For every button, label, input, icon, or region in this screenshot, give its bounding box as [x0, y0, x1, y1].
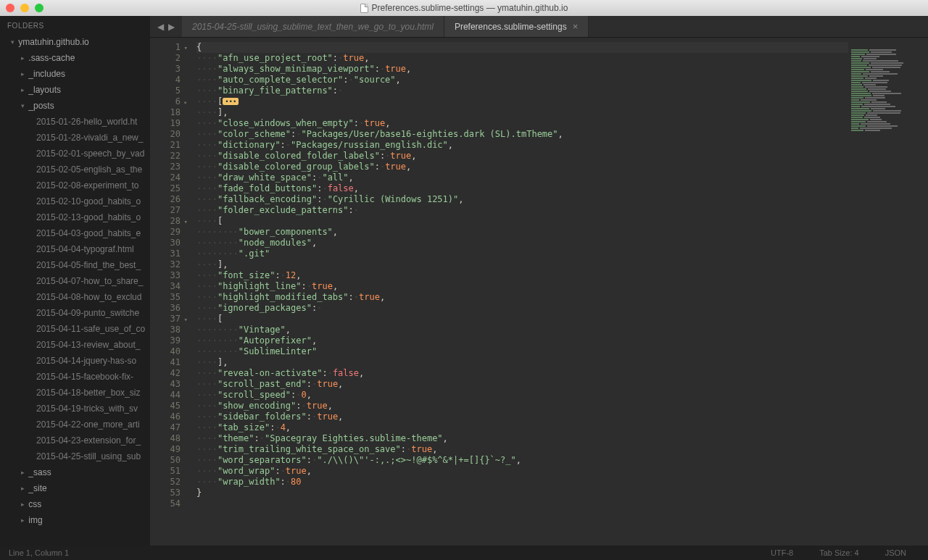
- status-tab-size[interactable]: Tab Size: 4: [806, 548, 871, 557]
- close-icon[interactable]: ×: [573, 21, 579, 32]
- close-window-button[interactable]: [6, 4, 14, 12]
- tab-label: 2015-04-25-still_using_sublime_text_then…: [192, 22, 434, 32]
- sidebar-file[interactable]: 2015-02-10-good_habits_o: [0, 193, 150, 209]
- status-position: Line 1, Column 1: [9, 548, 82, 557]
- sidebar-folder[interactable]: ▸ _sass: [0, 464, 150, 480]
- sidebar-file[interactable]: 2015-04-07-how_to_share_: [0, 273, 150, 289]
- folder-tree: ▾ ymatuhin.github.io ▸ .sass-cache▸ _inc…: [0, 34, 150, 546]
- forward-icon[interactable]: ▶: [168, 22, 175, 32]
- back-icon[interactable]: ◀: [157, 22, 164, 32]
- sidebar-file[interactable]: 2015-01-28-vivaldi_a_new_: [0, 130, 150, 146]
- minimize-window-button[interactable]: [20, 4, 29, 12]
- status-encoding[interactable]: UTF-8: [758, 548, 806, 557]
- sidebar-folder[interactable]: ▸ _includes: [0, 66, 150, 82]
- tab-history-nav: ◀ ▶: [150, 16, 182, 37]
- gutter: 1▾23456▸1819202122232425262728▾293031323…: [150, 38, 186, 546]
- code-editor[interactable]: {····"afn_use_project_root":·true,····"a…: [186, 38, 928, 546]
- sidebar-file[interactable]: 2015-04-04-typograf.html: [0, 241, 150, 257]
- sidebar-folder[interactable]: ▾ _posts: [0, 98, 150, 114]
- sidebar-file[interactable]: 2015-01-26-hello_world.ht: [0, 114, 150, 130]
- sidebar-folder[interactable]: ▸ css: [0, 496, 150, 512]
- sidebar-file[interactable]: 2015-04-05-find_the_best_: [0, 257, 150, 273]
- sidebar-file[interactable]: 2015-04-09-punto_switche: [0, 305, 150, 321]
- sidebar-folder[interactable]: ▸ _layouts: [0, 82, 150, 98]
- tab-inactive[interactable]: 2015-04-25-still_using_sublime_text_then…: [182, 16, 444, 37]
- sidebar-folder[interactable]: ▸ img: [0, 512, 150, 528]
- sidebar-root-folder[interactable]: ▾ ymatuhin.github.io: [0, 34, 150, 50]
- status-syntax[interactable]: JSON: [872, 548, 919, 557]
- tab-label: Preferences.sublime-settings: [455, 22, 567, 32]
- sidebar-folder[interactable]: ▸ .sass-cache: [0, 50, 150, 66]
- sidebar-file[interactable]: 2015-02-01-speech_by_vad: [0, 146, 150, 162]
- sidebar-file[interactable]: 2015-02-13-good_habits_o: [0, 209, 150, 225]
- sidebar-file[interactable]: 2015-04-13-review_about_: [0, 337, 150, 353]
- sidebar-file[interactable]: 2015-04-19-tricks_with_sv: [0, 401, 150, 417]
- sidebar-file[interactable]: 2015-04-18-better_box_siz: [0, 385, 150, 401]
- sidebar-file[interactable]: 2015-04-15-facebook-fix-: [0, 369, 150, 385]
- editor-area: ◀ ▶ 2015-04-25-still_using_sublime_text_…: [150, 16, 928, 546]
- sidebar-header: FOLDERS: [0, 16, 150, 34]
- sidebar-file[interactable]: 2015-04-22-one_more_arti: [0, 417, 150, 432]
- sidebar-file[interactable]: 2015-04-08-how_to_exclud: [0, 289, 150, 305]
- sidebar-file[interactable]: 2015-04-14-jquery-has-so: [0, 353, 150, 369]
- sidebar-file[interactable]: 2015-04-03-good_habits_e: [0, 225, 150, 241]
- traffic-lights: [6, 4, 44, 12]
- window-title: Preferences.sublime-settings — ymatuhin.…: [372, 3, 568, 13]
- document-icon: [360, 4, 368, 13]
- sidebar-file[interactable]: 2015-04-23-extension_for_: [0, 432, 150, 448]
- sidebar-file[interactable]: 2015-02-05-english_as_the: [0, 162, 150, 177]
- zoom-window-button[interactable]: [35, 4, 44, 12]
- sidebar-folder[interactable]: ▸ _site: [0, 480, 150, 496]
- sidebar: FOLDERS ▾ ymatuhin.github.io ▸ .sass-cac…: [0, 16, 150, 546]
- sidebar-file[interactable]: 2015-02-08-experiment_to: [0, 177, 150, 193]
- sidebar-file[interactable]: 2015-04-11-safe_use_of_co: [0, 321, 150, 337]
- sidebar-file[interactable]: 2015-04-25-still_using_sub: [0, 448, 150, 464]
- window-titlebar: Preferences.sublime-settings — ymatuhin.…: [0, 0, 928, 16]
- status-bar: Line 1, Column 1 UTF-8 Tab Size: 4 JSON: [0, 546, 928, 560]
- minimap[interactable]: [848, 38, 928, 132]
- tab-active[interactable]: Preferences.sublime-settings ×: [444, 16, 589, 37]
- tab-bar: ◀ ▶ 2015-04-25-still_using_sublime_text_…: [150, 16, 928, 38]
